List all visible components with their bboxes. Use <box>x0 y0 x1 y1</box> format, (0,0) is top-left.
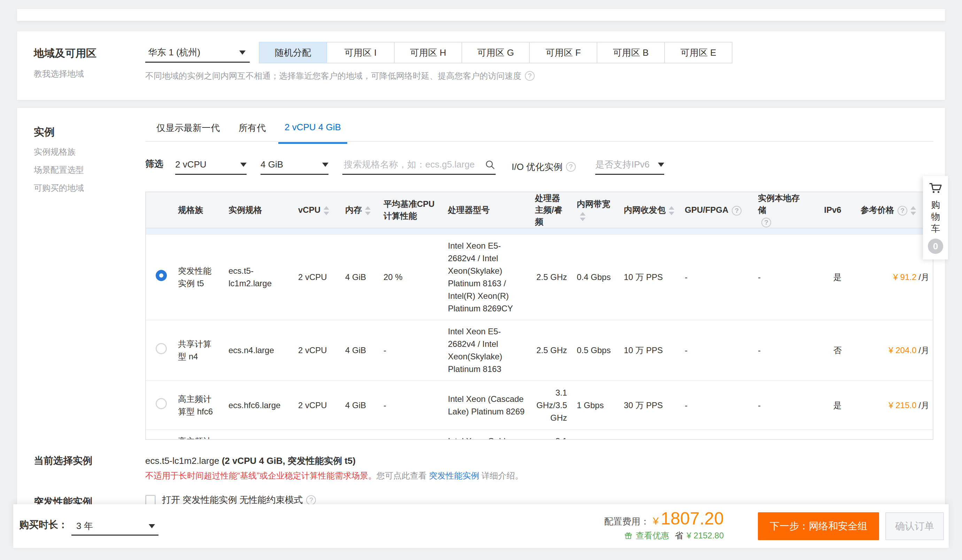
region-select-value: 华东 1 (杭州) <box>148 46 200 58</box>
cell-ipv6: 否 <box>819 430 856 440</box>
cart-count-badge: 0 <box>928 239 943 254</box>
io-optimized-text: I/O 优化实例 <box>512 161 562 173</box>
spec-search-input[interactable] <box>342 159 484 170</box>
instance-tabs: 仅显示最新一代所有代2 vCPU 4 GiB <box>157 122 341 144</box>
chevron-down-icon <box>239 50 245 55</box>
duration-select[interactable]: 3 年 <box>71 518 158 536</box>
search-icon[interactable] <box>484 159 496 170</box>
cell-cpu-model: Intel Xeon E5-2682v4 / Intel Xeon(Skylak… <box>443 234 530 320</box>
confirm-order-button[interactable]: 确认订单 <box>885 512 944 540</box>
spec-table-row[interactable]: 共享计算型 n4 ecs.n4.large 2 vCPU 4 GiB - Int… <box>146 320 933 381</box>
row-radio-button[interactable] <box>156 398 167 409</box>
cell-frequency: 3.1 GHz/3.5 GHz <box>530 381 572 430</box>
spec-table: 规格族 实例规格 vCPU 内存 平均基准CPU计算性能 处理器型号 处理器 <box>146 192 933 440</box>
zone-button-label: 随机分配 <box>275 47 311 59</box>
sort-icon[interactable] <box>579 212 586 221</box>
column-header-label: 处理器型号 <box>448 205 490 215</box>
column-header-label: 平均基准CPU计算性能 <box>384 199 435 220</box>
cell-ipv6: 是 <box>819 234 856 320</box>
zone-button[interactable]: 可用区 F <box>529 42 597 63</box>
view-discount-link[interactable]: 查看优惠 <box>624 530 669 541</box>
column-header: vCPU <box>293 192 340 228</box>
sort-icon[interactable] <box>323 206 329 216</box>
instance-tab[interactable]: 2 vCPU 4 GiB <box>284 122 341 144</box>
burst-mode-checkbox[interactable] <box>145 495 156 505</box>
sort-icon[interactable] <box>668 206 675 216</box>
teach-me-region-link[interactable]: 教我选择地域 <box>34 68 84 79</box>
cell-vcpu: 2 vCPU <box>293 381 340 430</box>
zone-button[interactable]: 可用区 H <box>394 42 462 63</box>
zone-button[interactable]: 可用区 G <box>462 42 530 63</box>
chevron-down-icon <box>149 524 155 528</box>
help-icon[interactable]: ? <box>897 206 907 216</box>
help-icon[interactable]: ? <box>732 206 741 216</box>
cell-bandwidth: 0.4 Gbps <box>572 234 619 320</box>
row-radio-button[interactable] <box>156 343 167 354</box>
cell-cpu-model: Intel Xeon (Cascade Lake) Platinum 8269 <box>443 381 530 430</box>
column-header-label: 内存 <box>345 205 362 215</box>
column-header-label: vCPU <box>298 205 320 215</box>
price-unit: /月 <box>918 400 929 410</box>
side-link[interactable]: 场景配置选型 <box>34 165 84 176</box>
fee-label: 配置费用： <box>604 515 650 528</box>
column-header: 内网带宽 <box>572 192 619 228</box>
memory-filter-value: 4 GiB <box>260 159 283 170</box>
burst-instance-link[interactable]: 突发性能实例 <box>429 471 479 480</box>
help-icon[interactable]: ? <box>306 495 316 505</box>
zone-button[interactable]: 可用区 B <box>597 42 665 63</box>
column-header: 内存 <box>340 192 379 228</box>
cell-family: 高主频计算型 hfc5 <box>173 430 224 440</box>
note-prefix: 您可点此查看 <box>376 471 429 480</box>
column-header-label: GPU/FPGA <box>685 205 728 215</box>
row-radio-button[interactable] <box>156 270 167 281</box>
cell-memory: 4 GiB <box>340 381 379 430</box>
filter-row: 筛选 2 vCPU 4 GiB I/O 优化实例 ? 是否支持IPv6 <box>145 155 664 175</box>
current-selection-detail: (2 vCPU 4 GiB, 突发性能实例 t5) <box>222 455 356 466</box>
cell-price: ¥ 215.0/月 <box>856 381 933 430</box>
help-icon[interactable]: ? <box>761 218 771 228</box>
cell-pps: 10 万 PPS <box>619 320 680 381</box>
column-header: 实例规格 <box>224 192 293 228</box>
sort-icon[interactable] <box>365 206 371 216</box>
side-link[interactable]: 可购买的地域 <box>34 182 84 194</box>
cart-label: 购物车 <box>931 199 940 234</box>
instance-tab[interactable]: 所有代 <box>239 122 266 144</box>
next-step-button[interactable]: 下一步：网络和安全组 <box>758 512 879 540</box>
spec-table-row[interactable]: 高主频计算型 hfc5 ecs.hfc5.large 2 vCPU 4 GiB … <box>146 430 933 440</box>
ipv6-filter-select[interactable]: 是否支持IPv6 <box>595 155 664 175</box>
column-header: IPv6 <box>819 192 856 228</box>
zone-button[interactable]: 可用区 I <box>326 42 395 63</box>
partially-scrolled-row <box>146 228 933 234</box>
duration-group: 购买时长： 3 年 <box>19 518 158 536</box>
help-icon[interactable]: ? <box>525 71 535 81</box>
vcpu-filter-value: 2 vCPU <box>175 159 207 170</box>
column-header: 处理器主频/睿频 <box>530 192 572 228</box>
zone-button-label: 可用区 H <box>410 47 446 59</box>
side-link[interactable]: 实例规格族 <box>34 146 84 157</box>
column-header-label: 实例规格 <box>229 205 262 215</box>
radio-column-header <box>146 192 173 228</box>
spec-table-row[interactable]: 高主频计算型 hfc6 ecs.hfc6.large 2 vCPU 4 GiB … <box>146 381 933 430</box>
instance-tab[interactable]: 仅显示最新一代 <box>157 122 220 144</box>
zone-button[interactable]: 可用区 E <box>664 42 733 63</box>
cell-baseline: - <box>379 381 443 430</box>
cell-frequency: 2.5 GHz <box>530 234 572 320</box>
zone-button[interactable]: 随机分配 <box>259 42 327 63</box>
help-icon[interactable]: ? <box>566 162 576 172</box>
spec-table-row[interactable]: 突发性能实例 t5 ecs.t5-lc1m2.large 2 vCPU 4 Gi… <box>146 234 933 320</box>
sort-icon[interactable] <box>910 206 916 216</box>
cell-spec: ecs.t5-lc1m2.large <box>224 234 293 320</box>
region-select[interactable]: 华东 1 (杭州) <box>145 43 250 63</box>
price-value: 215.0 <box>896 400 916 410</box>
fee-currency: ¥ <box>653 515 659 527</box>
cell-baseline: 20 % <box>379 234 443 320</box>
cell-baseline: - <box>379 320 443 381</box>
shopping-cart-panel[interactable]: 购物车 0 <box>923 176 948 260</box>
cell-family: 突发性能实例 t5 <box>173 234 224 320</box>
vcpu-filter-select[interactable]: 2 vCPU <box>175 155 247 175</box>
zone-button-label: 可用区 F <box>546 47 581 59</box>
cell-local-storage: - <box>753 430 819 440</box>
cell-ipv6: 否 <box>819 320 856 381</box>
region-section-title: 地域及可用区 <box>34 46 97 61</box>
memory-filter-select[interactable]: 4 GiB <box>260 155 328 175</box>
